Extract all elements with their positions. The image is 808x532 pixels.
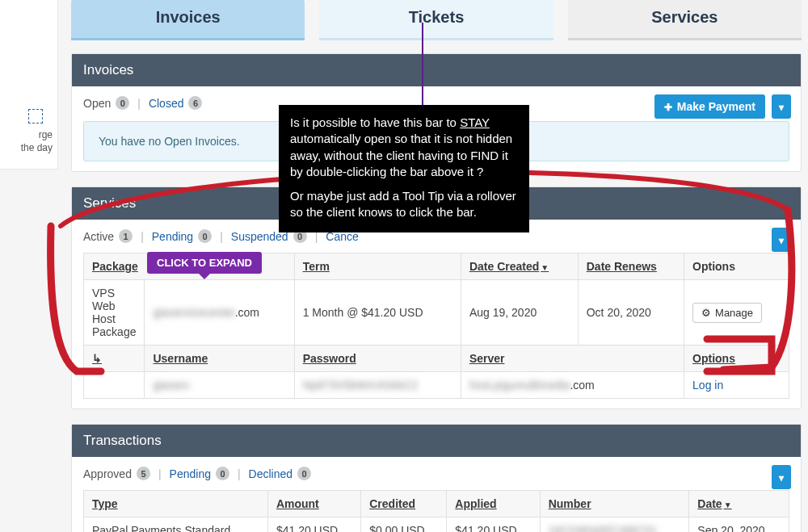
tab-invoices[interactable]: Invoices xyxy=(71,0,305,40)
filter-icon xyxy=(779,100,784,113)
tab-services[interactable]: Services xyxy=(568,0,802,40)
transactions-filter-button[interactable] xyxy=(772,465,791,489)
closed-link[interactable]: Closed xyxy=(149,97,184,110)
cell-renews: Oct 20, 2020 xyxy=(578,280,684,346)
col-options: Options xyxy=(684,253,789,280)
gear-icon xyxy=(701,307,711,319)
col-term[interactable]: Term xyxy=(294,253,461,280)
subcol-username: Username xyxy=(145,346,294,372)
transactions-panel: Transactions Approved 5 | Pending 0 | De… xyxy=(71,424,802,532)
filter-icon xyxy=(779,233,784,246)
expand-indicator-icon: ↳ xyxy=(84,346,145,372)
open-label: Open xyxy=(83,97,111,110)
sidebar-fragment: rge the day xyxy=(0,0,58,170)
cell-password: Np873V5bWmX0AkC2 xyxy=(294,372,461,399)
approved-label: Approved xyxy=(83,467,132,480)
top-nav: Invoices Tickets Services xyxy=(71,0,802,40)
tx-pending-link[interactable]: Pending xyxy=(170,467,211,480)
annotation-pointer-line xyxy=(422,23,423,107)
filter-button[interactable] xyxy=(772,94,791,119)
active-count-badge: 1 xyxy=(119,229,133,243)
service-subrow-header: ↳ Username Password Server Options xyxy=(84,346,789,372)
service-subrow: giaserv Np873V5bWmX0AkC2 host.pigumultim… xyxy=(84,372,789,399)
tx-declined-count-badge: 0 xyxy=(297,467,311,480)
col-renews[interactable]: Date Renews xyxy=(578,253,684,280)
col-amount[interactable]: Amount xyxy=(267,491,360,517)
active-label: Active xyxy=(83,230,114,243)
service-row[interactable]: VPS Web Host Package giaservicecenter.co… xyxy=(84,280,789,346)
make-payment-button[interactable]: Make Payment xyxy=(654,94,765,119)
tab-tickets[interactable]: Tickets xyxy=(319,0,553,40)
col-applied[interactable]: Applied xyxy=(447,491,540,517)
subcol-password: Password xyxy=(294,346,461,372)
transactions-status-line: Approved 5 | Pending 0 | Declined 0 xyxy=(83,467,789,480)
table-row[interactable]: PayPal Payments Standard $41.20 USD $0.0… xyxy=(84,517,789,533)
table-header-row: Type Amount Credited Applied Number Date… xyxy=(84,491,789,517)
cell-server: host.pigumultimedia.com xyxy=(461,372,684,399)
click-to-expand-tooltip: CLICK TO EXPAND xyxy=(147,252,262,274)
open-count-badge: 0 xyxy=(116,96,129,110)
transactions-panel-title: Transactions xyxy=(72,425,801,457)
col-date[interactable]: Date▼ xyxy=(689,491,789,517)
col-credited[interactable]: Credited xyxy=(361,491,447,517)
plus-icon xyxy=(664,100,672,113)
sort-desc-icon: ▼ xyxy=(724,501,732,509)
annotation-text-box: Is it possible to have this bar to STAY … xyxy=(279,105,529,232)
approved-count-badge: 5 xyxy=(137,467,150,480)
cell-domain: giaservicecenter.com xyxy=(145,280,294,346)
col-created[interactable]: Date Created▼ xyxy=(461,253,578,280)
cell-login: Log in xyxy=(684,372,789,399)
cell-created: Aug 19, 2020 xyxy=(461,280,578,346)
subcol-options: Options xyxy=(684,346,789,372)
transactions-table: Type Amount Credited Applied Number Date… xyxy=(83,490,789,532)
tx-declined-link[interactable]: Declined xyxy=(249,467,292,480)
cell-options: Manage xyxy=(684,280,789,346)
cell-username: giaserv xyxy=(145,372,294,399)
tx-pending-count-badge: 0 xyxy=(216,467,229,480)
pending-count-badge: 0 xyxy=(198,229,212,243)
closed-count-badge: 6 xyxy=(188,96,202,110)
manage-button[interactable]: Manage xyxy=(692,303,762,323)
col-type[interactable]: Type xyxy=(84,491,268,517)
filter-icon xyxy=(779,471,784,484)
col-number[interactable]: Number xyxy=(540,491,689,517)
sidebar-hint: rge the day xyxy=(21,129,53,154)
selection-icon xyxy=(28,109,43,124)
services-table: Package Term Date Created▼ Date Renews O… xyxy=(83,253,789,399)
subcol-server: Server xyxy=(461,346,684,372)
cell-package: VPS Web Host Package xyxy=(84,280,145,346)
services-filter-button[interactable] xyxy=(772,228,791,252)
login-link[interactable]: Log in xyxy=(692,379,723,392)
pending-link[interactable]: Pending xyxy=(152,230,193,243)
sort-desc-icon: ▼ xyxy=(541,263,549,272)
invoices-panel-title: Invoices xyxy=(72,54,801,86)
cell-term: 1 Month @ $41.20 USD xyxy=(294,280,461,346)
